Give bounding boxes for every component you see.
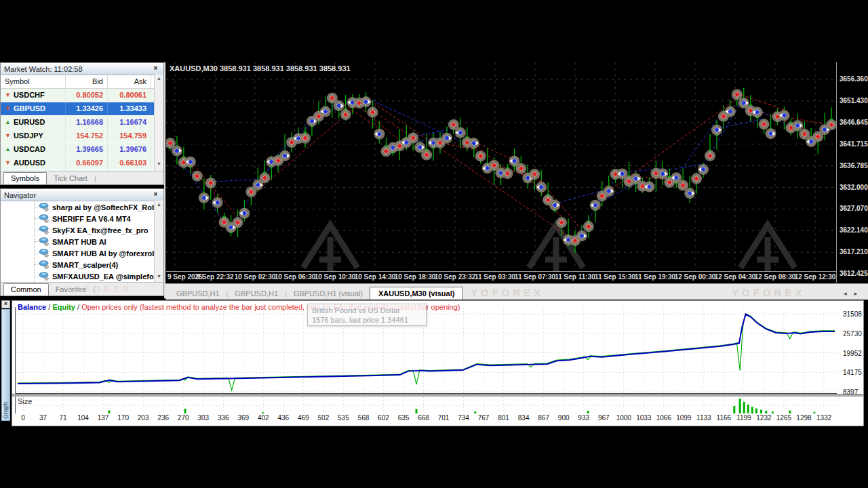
tab-common[interactable]: Common (3, 283, 49, 296)
scroll-up-icon[interactable]: ▲ (155, 202, 163, 207)
tester-side-tab[interactable]: Graph (1, 309, 10, 421)
navigator-item-label: sharp ai by @SoftechFX_Robot (52, 203, 163, 211)
market-watch-scrollbar[interactable]: ▲ ▼ (154, 75, 163, 173)
time-label: 10 Sep 14:30 (355, 273, 396, 281)
market-watch-row[interactable]: ▲EURUSD1.166681.16674 (1, 116, 163, 129)
chart-tab[interactable]: GBPUSD,H1 (visual) (287, 287, 370, 300)
navigator-item-label: SMFXAUUSD_EA @simpleforex (52, 272, 163, 281)
navigator-item[interactable]: SMFXAUUSD_EA @simpleforex (1, 270, 163, 282)
time-label: 11 Sep 07:30 (515, 273, 555, 281)
price-label: 3641.715 (840, 140, 868, 148)
x-axis-label: 767 (478, 414, 490, 422)
symbol-cell: ▲USDCAD (1, 143, 66, 156)
x-axis-label: 270 (178, 414, 189, 422)
navigator-item[interactable]: SHERIFF EA V6.4 MT4 (1, 213, 163, 224)
ask-value: 0.80061 (108, 89, 151, 102)
market-watch-row[interactable]: ▼USDJPY154.752154.759 (1, 129, 163, 143)
tab-tick-chart[interactable]: Tick Chart (47, 173, 94, 184)
scroll-down-icon[interactable]: ▼ (155, 274, 163, 279)
yoforex-watermark: YOFOREX (65, 284, 132, 294)
navigator-item[interactable]: SMART HUB AI (1, 236, 163, 247)
chart-tab[interactable]: XAUUSD,M30 (visual) (370, 287, 463, 300)
close-icon[interactable]: × (151, 190, 160, 199)
x-axis-label: 203 (138, 414, 149, 422)
price-axis: 3656.3603651.4303646.6453641.7153636.785… (838, 62, 868, 277)
symbol-label: USDCAD (14, 143, 45, 156)
tester-graph-section: × Graph Balance / Equity / Open prices o… (0, 300, 868, 426)
tester-graph-panel[interactable]: Balance / Equity / Open prices only (fas… (12, 300, 864, 426)
navigator-item[interactable]: sharp ai by @SoftechFX_Robot (1, 201, 163, 213)
symbol-cell: ▼USDCHF (1, 89, 66, 102)
ea-icon (39, 249, 50, 258)
navigator-item-label: SkyFX EA_fix@free_fx_pro (52, 226, 149, 235)
tab-separator: | (94, 174, 96, 184)
price-label: 3622.140 (840, 226, 868, 234)
x-axis-label: 137 (98, 414, 109, 422)
trend-down-icon: ▼ (5, 106, 11, 112)
price-label: 3656.360 (840, 75, 868, 83)
market-watch-row[interactable]: ▼GBPUSD1.334261.33433 (1, 102, 163, 116)
x-axis-label: 535 (338, 414, 349, 422)
x-axis-label: 236 (157, 414, 169, 422)
legend-equity: Equity (52, 303, 75, 311)
x-axis-label: 701 (438, 414, 450, 422)
ask-value: 1.16674 (108, 116, 151, 129)
x-axis-label: 1066 (656, 414, 671, 422)
column-ask[interactable]: Ask (108, 75, 151, 88)
column-symbol[interactable]: Symbol (1, 75, 66, 88)
time-label: 10 Sep 23:32 (435, 273, 476, 281)
lot-size-graph (14, 396, 837, 414)
x-axis-label: 1166 (717, 414, 732, 422)
legend-separator: / (46, 303, 52, 311)
navigator-item[interactable]: SMART_scalper(4) (1, 259, 163, 270)
x-axis-label: 37 (39, 414, 47, 422)
scroll-up-icon[interactable]: ▲ (155, 76, 163, 81)
close-icon[interactable]: × (151, 64, 160, 73)
yoforex-watermark: YOFOREX (732, 287, 805, 298)
column-bid[interactable]: Bid (66, 75, 108, 88)
market-watch-row[interactable]: ▼USDCHF0.800520.80061 (1, 89, 163, 102)
market-watch-header: Symbol Bid Ask (1, 75, 163, 89)
navigator-item-label: SHERIFF EA V6.4 MT4 (52, 215, 131, 223)
ea-icon (39, 237, 50, 246)
symbol-label: GBPUSD (14, 102, 45, 115)
chart-tab[interactable]: GBPUSD,H1 (228, 287, 285, 300)
candlestick-chart[interactable]: XAUUSD,M30 3858.931 3858.931 3858.931 38… (166, 62, 836, 272)
navigator-item-label: SMART HUB AI by @forexrobot (52, 249, 163, 258)
market-watch-row[interactable]: ▼AUDUSD0.660970.66103 (1, 157, 163, 170)
navigator-scrollbar[interactable]: ▲ ▼ (154, 201, 163, 284)
x-axis-label: 469 (298, 414, 309, 422)
tab-scroll-arrows[interactable]: ◄► (842, 291, 864, 297)
legend-separator: / (75, 303, 81, 311)
symbol-tooltip: British Pound vs US Dollar 1576 bars, la… (307, 304, 427, 326)
x-axis-label: 900 (558, 414, 570, 422)
tab-symbols[interactable]: Symbols (3, 172, 47, 184)
time-label: 12 Sep 04:30 (715, 273, 756, 281)
bid-value: 1.16668 (66, 116, 108, 129)
ea-icon (39, 260, 50, 269)
time-axis: 9 Sep 20259 Sep 22:3210 Sep 02:3010 Sep … (166, 272, 868, 283)
tooltip-line2: 1576 bars, last price 1.34461 (312, 315, 422, 325)
close-icon[interactable]: × (1, 300, 10, 308)
x-axis-label: 71 (59, 414, 66, 422)
x-axis-label: 1000 (616, 414, 631, 422)
price-label: 3651.430 (840, 97, 868, 104)
navigator-tree: sharp ai by @SoftechFX_RobotSHERIFF EA V… (1, 201, 163, 285)
price-label: 3627.070 (840, 205, 868, 212)
ea-icon (39, 226, 50, 235)
x-axis-label: 1033 (636, 414, 651, 422)
navigator-item[interactable]: SkyFX EA_fix@free_fx_pro (1, 224, 163, 236)
market-watch-row[interactable]: ▲USDCAD1.396651.39676 (1, 143, 163, 157)
chart-tab[interactable]: GBPUSD,H1 (170, 287, 226, 300)
bid-value: 0.80052 (66, 89, 108, 102)
yoforex-watermark: YOFOREX (471, 287, 544, 298)
x-axis-label: 602 (378, 414, 389, 422)
trend-up-icon: ▲ (5, 146, 11, 152)
x-axis-label: 336 (218, 414, 229, 422)
time-label: 10 Sep 02:30 (235, 273, 276, 281)
price-label: 3646.645 (840, 119, 868, 126)
scroll-down-icon[interactable]: ▼ (155, 161, 163, 166)
x-axis-label: 1199 (736, 414, 751, 422)
y-axis-label: 25730 (843, 330, 862, 338)
navigator-item[interactable]: SMART HUB AI by @forexrobot (1, 247, 163, 259)
